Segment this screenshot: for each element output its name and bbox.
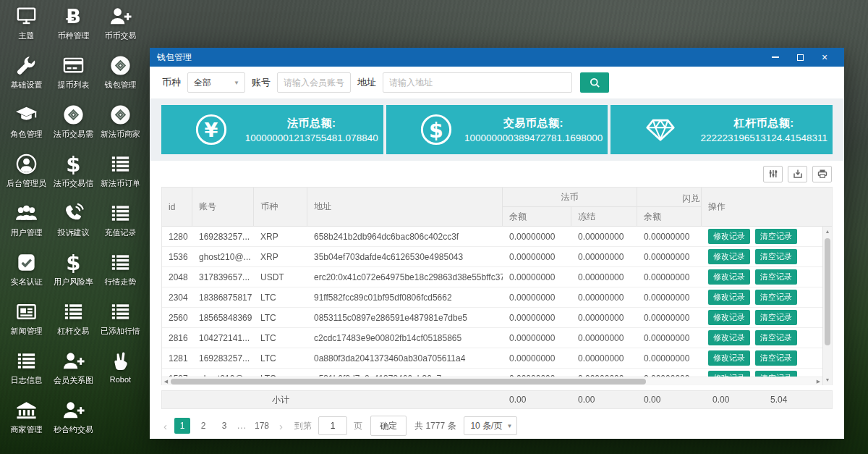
desktop-icon-user-plus-2[interactable]: 币币交易 — [97, 4, 144, 44]
next-page-chevron[interactable]: › — [277, 420, 285, 432]
clear-record-button[interactable]: 清空记录 — [755, 310, 797, 325]
columns-icon — [768, 169, 778, 179]
cell-coin: USDT — [254, 267, 307, 287]
coin-select[interactable]: 全部 ▼ — [187, 72, 245, 93]
desktop-icon-label: 行情走势 — [105, 277, 137, 287]
prev-page-chevron[interactable]: ‹ — [161, 420, 169, 432]
list-icon — [109, 152, 132, 176]
edit-record-button[interactable]: 修改记录 — [708, 310, 750, 325]
desktop-icon-label: 法币交易需 — [54, 129, 93, 140]
chevron-down-icon: ▼ — [234, 80, 239, 86]
scroll-left-arrow[interactable]: ◀ — [162, 377, 170, 385]
page-number-3[interactable]: 3 — [216, 418, 232, 434]
desktop-icon-list-19[interactable]: 杠杆交易 — [50, 300, 97, 340]
search-icon — [590, 77, 600, 88]
cell-frozen: 0.00000000 — [571, 328, 637, 348]
user-plus-icon — [109, 4, 132, 28]
columns-button[interactable] — [763, 166, 783, 182]
desktop-icon-dollar-16[interactable]: $用户风险率 — [50, 251, 97, 290]
desktop-icon-bitcoin-1[interactable]: Ƀ币种管理 — [50, 4, 97, 44]
desktop-icon-wallet-7[interactable]: 法币交易需 — [50, 103, 97, 143]
subtotal-value: 0.00 — [571, 391, 637, 408]
confirm-button[interactable]: 确定 — [370, 416, 407, 436]
desktop-icon-bank-24[interactable]: 商家管理 — [3, 398, 50, 438]
desktop-icon-users-12[interactable]: 用户管理 — [3, 201, 50, 241]
address-input[interactable] — [383, 72, 572, 93]
scroll-right-arrow[interactable]: ▶ — [814, 377, 822, 385]
clear-record-button[interactable]: 清空记录 — [755, 249, 797, 264]
goto-page-input[interactable] — [318, 416, 347, 435]
cell-id: 1536 — [162, 247, 192, 266]
desktop-icon-card-4[interactable]: 提币列表 — [50, 54, 97, 93]
clear-record-button[interactable]: 清空记录 — [755, 350, 797, 366]
cell-frozen: 0.00000000 — [571, 287, 637, 307]
table-body: 1280169283257...XRP658b241b2db964dc6bac8… — [162, 227, 832, 385]
account-input[interactable] — [277, 72, 351, 93]
scroll-down-arrow[interactable]: ▼ — [823, 375, 832, 385]
clear-record-button[interactable]: 清空记录 — [755, 269, 797, 285]
desktop-icon-wallet-5[interactable]: 钱包管理 — [97, 54, 144, 93]
edit-record-button[interactable]: 修改记录 — [708, 330, 750, 345]
vertical-scrollbar[interactable]: ▲ ▼ — [822, 227, 832, 385]
table-row: 230418386875817LTC91ff582fcc89c01bf95df0… — [162, 287, 822, 308]
per-page-select[interactable]: 10 条/页 ▼ — [464, 416, 517, 435]
page-number-1[interactable]: 1 — [174, 418, 190, 434]
desktop-icon-news-18[interactable]: 新闻管理 — [3, 300, 50, 340]
scroll-up-arrow[interactable]: ▲ — [823, 227, 832, 237]
cell-actions: 修改记录清空记录 — [702, 247, 822, 266]
cell-coin: XRP — [254, 227, 307, 246]
cell-flash-balance: 0.00000000 — [637, 287, 702, 307]
desktop-icon-phone-13[interactable]: 投诉建议 — [50, 201, 97, 241]
desktop-icon-label: 新法币订单 — [101, 178, 140, 189]
export-icon — [793, 169, 803, 179]
list-icon — [61, 300, 85, 324]
desktop-icon-list-11[interactable]: 新法币订单 — [97, 152, 144, 192]
edit-record-button[interactable]: 修改记录 — [708, 290, 750, 305]
desktop-icon-grad-cap-6[interactable]: 角色管理 — [3, 103, 50, 143]
desktop-icon-user-plus-22[interactable]: 会员关系图 — [50, 349, 97, 389]
export-button[interactable] — [788, 166, 807, 182]
edit-record-button[interactable]: 修改记录 — [708, 350, 750, 366]
desktop-icon-label: 提币列表 — [58, 80, 90, 91]
desktop-icon-list-21[interactable]: 日志信息 — [3, 349, 50, 389]
per-page-value: 10 条/页 — [470, 420, 502, 432]
card-title: 法币总额: — [245, 117, 378, 130]
desktop-icon-list-17[interactable]: 行情走势 — [97, 251, 144, 290]
desktop-icon-wrench-3[interactable]: 基础设置 — [3, 54, 50, 93]
maximize-button[interactable] — [788, 48, 812, 67]
cell-actions: 修改记录清空记录 — [702, 308, 822, 327]
subtotal-value: 5.04 — [764, 391, 832, 408]
page-number-2[interactable]: 2 — [195, 418, 211, 434]
cell-coin: LTC — [254, 328, 307, 348]
desktop-icon-hand-23[interactable]: Robot — [97, 349, 144, 389]
edit-record-button[interactable]: 修改记录 — [708, 249, 750, 264]
horizontal-scroll-thumb[interactable] — [171, 379, 646, 384]
desktop-icon-user-plus-25[interactable]: 秒合约交易 — [50, 398, 97, 438]
cell-balance: 0.00000000 — [503, 308, 571, 327]
cell-flash-balance: 0.00000000 — [637, 227, 702, 246]
clear-record-button[interactable]: 清空记录 — [755, 330, 797, 345]
desktop-icon-check-15[interactable]: 实名认证 — [3, 251, 50, 290]
clear-record-button[interactable]: 清空记录 — [755, 290, 797, 305]
cell-account: 169283257... — [192, 227, 254, 246]
edit-record-button[interactable]: 修改记录 — [708, 269, 750, 285]
print-button[interactable] — [812, 166, 832, 182]
desktop-icon-list-20[interactable]: 已添加行情 — [97, 300, 144, 340]
edit-record-button[interactable]: 修改记录 — [708, 229, 750, 244]
card-icon-wrap — [644, 113, 677, 146]
subtotal-value: 0.00 — [503, 391, 571, 408]
page-number-178[interactable]: 178 — [252, 418, 272, 434]
desktop-icon-dollar-10[interactable]: $法币交易信 — [50, 152, 97, 192]
vertical-scroll-thumb[interactable] — [825, 238, 830, 345]
close-button[interactable]: × — [812, 48, 837, 67]
cell-frozen: 0.00000000 — [571, 247, 637, 266]
search-button[interactable] — [580, 72, 609, 93]
desktop-icon-user-circle-9[interactable]: 后台管理员 — [3, 152, 50, 192]
cell-account: 104272141... — [192, 328, 254, 348]
horizontal-scrollbar[interactable]: ◀ ▶ — [162, 377, 822, 385]
minimize-button[interactable] — [763, 48, 788, 67]
desktop-icon-wallet-8[interactable]: 新法币商家 — [97, 103, 144, 143]
desktop-icon-list-14[interactable]: 充值记录 — [97, 201, 144, 241]
clear-record-button[interactable]: 清空记录 — [755, 229, 797, 244]
desktop-icon-monitor-0[interactable]: 主题 — [3, 4, 50, 44]
